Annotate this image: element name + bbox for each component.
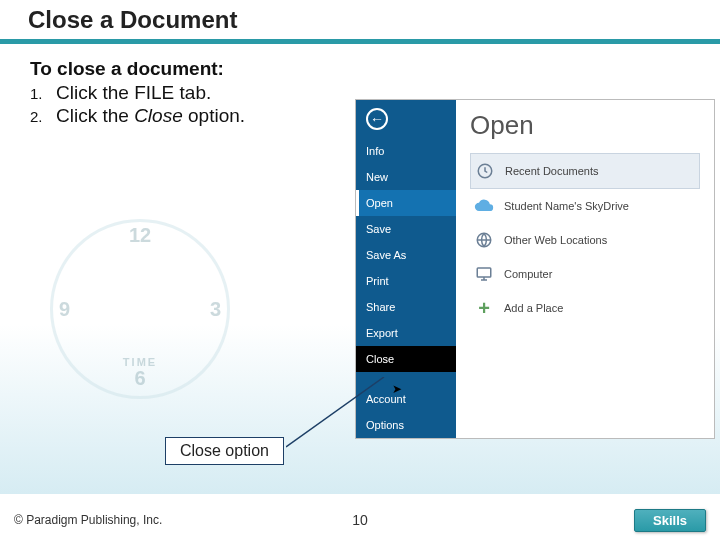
- open-location-computer[interactable]: Computer: [470, 257, 700, 291]
- open-location-label: Student Name's SkyDrive: [504, 200, 629, 212]
- content-area: 12 3 6 9 TIME To close a document: 1.Cli…: [0, 44, 720, 494]
- slide-title: Close a Document: [28, 6, 237, 34]
- backstage-item-account[interactable]: Account: [356, 386, 456, 412]
- open-location-student-name-s-skydrive[interactable]: Student Name's SkyDrive: [470, 189, 700, 223]
- open-location-other-web-locations[interactable]: Other Web Locations: [470, 223, 700, 257]
- backstage-item-info[interactable]: Info: [356, 138, 456, 164]
- clock-label: TIME: [123, 356, 157, 368]
- backstage-item-open[interactable]: Open: [356, 190, 456, 216]
- open-location-label: Recent Documents: [505, 165, 599, 177]
- backstage-item-share[interactable]: Share: [356, 294, 456, 320]
- open-heading: Open: [470, 110, 700, 141]
- open-location-add-a-place[interactable]: +Add a Place: [470, 291, 700, 325]
- add-icon: +: [474, 298, 494, 318]
- step-text: Click the Close option.: [56, 105, 360, 127]
- backstage-item-options[interactable]: Options: [356, 412, 456, 438]
- step-text: Click the FILE tab.: [56, 82, 360, 104]
- recent-icon: [475, 161, 495, 181]
- skills-button[interactable]: Skills: [634, 509, 706, 532]
- backstage-item-close[interactable]: Close: [356, 346, 456, 372]
- web-icon: [474, 230, 494, 250]
- clock-12: 12: [129, 224, 151, 247]
- backstage-sidebar: ← InfoNewOpenSaveSave AsPrintShareExport…: [356, 100, 456, 438]
- backstage-item-save[interactable]: Save: [356, 216, 456, 242]
- clock-3: 3: [210, 298, 221, 321]
- backstage-item-export[interactable]: Export: [356, 320, 456, 346]
- skydrive-icon: [474, 196, 494, 216]
- callout-close-option: Close option: [165, 437, 284, 465]
- clock-9: 9: [59, 298, 70, 321]
- backstage-item-save-as[interactable]: Save As: [356, 242, 456, 268]
- page-number: 10: [352, 512, 368, 528]
- computer-icon: [474, 264, 494, 284]
- back-button[interactable]: ←: [356, 100, 456, 138]
- step: 1.Click the FILE tab.: [30, 82, 360, 104]
- step-number: 1.: [30, 82, 56, 104]
- open-location-label: Add a Place: [504, 302, 563, 314]
- title-bar: Close a Document: [0, 0, 720, 44]
- word-backstage: ← InfoNewOpenSaveSave AsPrintShareExport…: [355, 99, 715, 439]
- footer: © Paradigm Publishing, Inc. 10 Skills: [0, 500, 720, 540]
- step-number: 2.: [30, 105, 56, 127]
- instructions-intro: To close a document:: [30, 58, 360, 80]
- svg-rect-2: [477, 268, 491, 277]
- open-location-recent-documents[interactable]: Recent Documents: [470, 153, 700, 189]
- backstage-item-new[interactable]: New: [356, 164, 456, 190]
- back-arrow-icon: ←: [366, 108, 388, 130]
- open-location-label: Other Web Locations: [504, 234, 607, 246]
- open-location-label: Computer: [504, 268, 552, 280]
- step: 2.Click the Close option.: [30, 105, 360, 127]
- clock-6: 6: [134, 367, 145, 390]
- backstage-item-print[interactable]: Print: [356, 268, 456, 294]
- copyright: © Paradigm Publishing, Inc.: [14, 513, 162, 527]
- background-clock: 12 3 6 9 TIME: [50, 219, 230, 399]
- instructions: To close a document: 1.Click the FILE ta…: [30, 58, 360, 127]
- backstage-main: Open Recent DocumentsStudent Name's SkyD…: [456, 100, 714, 438]
